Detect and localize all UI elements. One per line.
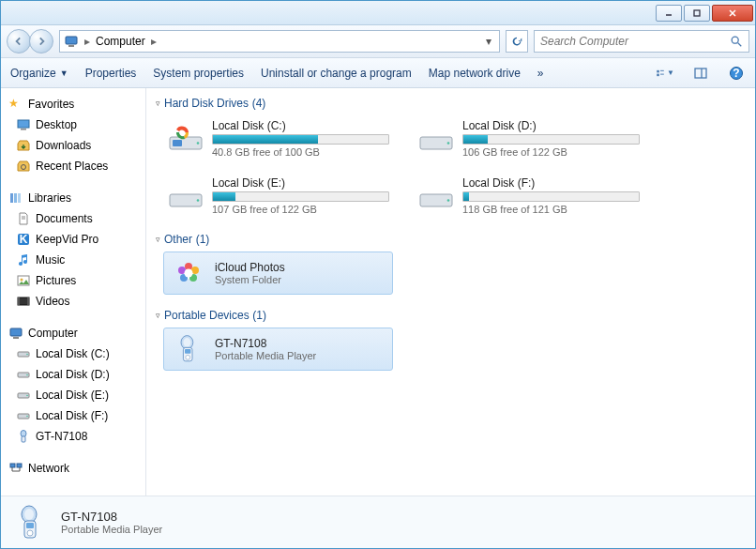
pictures-icon bbox=[16, 273, 31, 288]
svg-rect-12 bbox=[695, 69, 706, 78]
section-other[interactable]: ▿Other (1) bbox=[156, 232, 746, 246]
uninstall-button[interactable]: Uninstall or change a program bbox=[261, 67, 412, 80]
refresh-button[interactable] bbox=[506, 30, 528, 53]
toolbar: Organize▼ Properties System properties U… bbox=[1, 58, 755, 88]
drive-icon bbox=[16, 367, 31, 382]
nav-desktop[interactable]: Desktop bbox=[3, 114, 144, 135]
preview-pane-button[interactable] bbox=[691, 64, 710, 83]
view-menu[interactable]: ▼ bbox=[656, 64, 674, 83]
nav-pictures[interactable]: Pictures bbox=[3, 270, 144, 291]
close-button[interactable] bbox=[712, 5, 753, 22]
computer-icon bbox=[8, 326, 23, 341]
search-input[interactable] bbox=[540, 35, 730, 48]
svg-rect-67 bbox=[185, 349, 190, 354]
drive-e[interactable]: Local Disk (E:) 107 GB free of 122 GB bbox=[163, 173, 393, 219]
section-hard-disk-drives[interactable]: ▿Hard Disk Drives (4) bbox=[156, 96, 746, 110]
collapse-icon: ▿ bbox=[156, 311, 160, 320]
nav-documents[interactable]: Documents bbox=[3, 208, 144, 229]
chevron-right-icon[interactable]: ▸ bbox=[149, 35, 159, 48]
item-name: iCloud Photos bbox=[215, 261, 386, 274]
breadcrumb-computer[interactable]: Computer bbox=[92, 35, 149, 48]
drive-icon bbox=[417, 124, 455, 154]
svg-point-34 bbox=[26, 354, 28, 356]
nav-downloads[interactable]: Downloads bbox=[3, 135, 144, 156]
titlebar bbox=[1, 1, 755, 25]
nav-recent-places[interactable]: Recent Places bbox=[3, 156, 144, 176]
help-button[interactable]: ? bbox=[727, 64, 746, 83]
svg-point-27 bbox=[21, 279, 23, 282]
svg-rect-16 bbox=[18, 120, 29, 128]
network-icon bbox=[8, 461, 23, 476]
svg-rect-72 bbox=[26, 523, 34, 528]
drive-c[interactable]: Local Disk (C:) 40.8 GB free of 100 GB bbox=[163, 115, 393, 161]
drive-icon bbox=[16, 408, 31, 423]
chevron-right-icon[interactable]: ▸ bbox=[83, 35, 92, 48]
svg-rect-42 bbox=[22, 436, 25, 442]
nav-local-disk-d[interactable]: Local Disk (D:) bbox=[3, 364, 144, 385]
drive-name: Local Disk (E:) bbox=[212, 176, 389, 190]
capacity-bar bbox=[212, 191, 389, 202]
document-icon bbox=[16, 211, 31, 226]
svg-rect-19 bbox=[10, 193, 13, 203]
drive-f[interactable]: Local Disk (F:) 118 GB free of 121 GB bbox=[414, 173, 643, 219]
drive-icon bbox=[417, 181, 455, 211]
nav-gt-n7108[interactable]: GT-N7108 bbox=[3, 426, 144, 447]
nav-keepvid[interactable]: KKeepVid Pro bbox=[3, 229, 144, 250]
svg-rect-29 bbox=[18, 297, 20, 305]
svg-rect-9 bbox=[660, 69, 664, 70]
properties-button[interactable]: Properties bbox=[85, 67, 137, 80]
drive-name: Local Disk (F:) bbox=[462, 176, 640, 190]
favorites-group[interactable]: ★Favorites bbox=[3, 94, 144, 114]
item-meta: System Folder bbox=[215, 274, 386, 285]
content-pane: ▿Hard Disk Drives (4) Local Disk (C:) 40… bbox=[146, 88, 755, 496]
icloud-photos-icon bbox=[170, 258, 207, 288]
forward-button[interactable] bbox=[29, 29, 53, 53]
nav-videos[interactable]: Videos bbox=[3, 291, 144, 312]
drive-d[interactable]: Local Disk (D:) 106 GB free of 122 GB bbox=[414, 115, 643, 161]
svg-rect-30 bbox=[27, 297, 29, 305]
svg-point-70 bbox=[24, 509, 34, 520]
device-gt-n7108[interactable]: GT-N7108 Portable Media Player bbox=[163, 328, 393, 371]
minimize-button[interactable] bbox=[656, 5, 682, 22]
desktop-icon bbox=[16, 117, 31, 132]
address-dropdown[interactable]: ▾ bbox=[482, 35, 495, 48]
organize-menu[interactable]: Organize▼ bbox=[10, 67, 68, 80]
svg-text:?: ? bbox=[733, 67, 739, 80]
libraries-group[interactable]: Libraries bbox=[3, 188, 144, 208]
maximize-button[interactable] bbox=[684, 5, 710, 22]
computer-icon bbox=[64, 34, 79, 49]
network-group[interactable]: Network bbox=[3, 458, 144, 479]
svg-rect-31 bbox=[10, 328, 22, 336]
svg-point-65 bbox=[183, 338, 190, 347]
map-drive-button[interactable]: Map network drive bbox=[429, 67, 521, 80]
nav-local-disk-e[interactable]: Local Disk (E:) bbox=[3, 385, 144, 405]
svg-rect-49 bbox=[173, 140, 182, 146]
search-icon bbox=[730, 35, 743, 48]
icloud-photos[interactable]: iCloud Photos System Folder bbox=[163, 252, 393, 295]
back-button[interactable] bbox=[7, 29, 31, 53]
details-name: GT-N7108 bbox=[61, 510, 162, 524]
collapse-icon: ▿ bbox=[156, 235, 160, 244]
svg-text:K: K bbox=[20, 233, 28, 246]
system-properties-button[interactable]: System properties bbox=[153, 67, 244, 80]
toolbar-overflow[interactable]: » bbox=[537, 67, 544, 80]
refresh-icon bbox=[510, 35, 523, 48]
item-meta: Portable Media Player bbox=[215, 350, 386, 361]
device-icon bbox=[16, 429, 31, 444]
svg-rect-32 bbox=[13, 337, 19, 339]
nav-local-disk-f[interactable]: Local Disk (F:) bbox=[3, 405, 144, 426]
address-bar[interactable]: ▸ Computer ▸ ▾ bbox=[59, 30, 500, 53]
nav-music[interactable]: Music bbox=[3, 250, 144, 270]
section-portable-devices[interactable]: ▿Portable Devices (1) bbox=[156, 308, 746, 322]
drive-icon bbox=[16, 388, 31, 403]
portable-device-icon bbox=[12, 504, 50, 541]
nav-local-disk-c[interactable]: Local Disk (C:) bbox=[3, 343, 144, 364]
music-icon bbox=[16, 252, 31, 267]
capacity-bar bbox=[462, 134, 640, 145]
item-name: GT-N7108 bbox=[215, 337, 386, 350]
search-box[interactable] bbox=[534, 30, 749, 53]
drive-meta: 106 GB free of 122 GB bbox=[462, 146, 640, 158]
computer-group[interactable]: Computer bbox=[3, 323, 144, 343]
svg-point-52 bbox=[447, 142, 450, 145]
drive-meta: 118 GB free of 121 GB bbox=[462, 204, 640, 215]
